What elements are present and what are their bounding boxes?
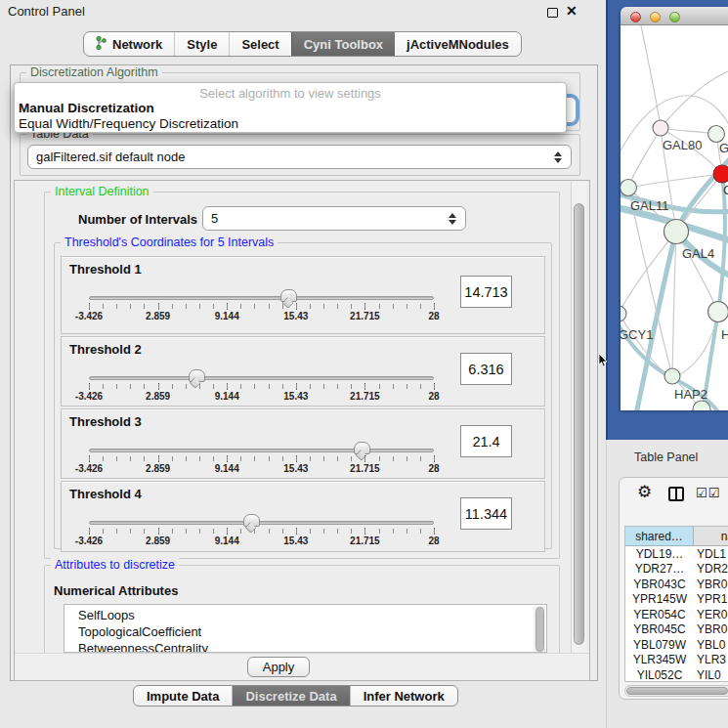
threshold-1-slider-track[interactable] (89, 296, 434, 300)
network-window-region: GAL80 GA C GAL11 GAL4 GCY1 H HAP2 (606, 0, 728, 440)
list-scrollbar-thumb[interactable] (535, 607, 544, 652)
node-label-h-partial: H (721, 327, 728, 342)
threshold-2-panel: Threshold 2 -3.426 2.859 9.144 15.43 21.… (61, 336, 545, 407)
tab-discretize-data[interactable]: Discretize Data (232, 686, 349, 706)
tab-cyni-toolbox[interactable]: Cyni Toolbox (291, 32, 395, 56)
list-item[interactable]: TopologicalCoefficient (64, 623, 546, 640)
table-data-combobox[interactable]: galFiltered.sif default node (27, 145, 572, 169)
slider-minor-ticks (89, 304, 435, 309)
control-panel-titlebar: Control Panel ✕ (0, 0, 606, 23)
node-selected-red[interactable] (713, 165, 728, 183)
dropdown-option-equal-width[interactable]: Equal Width/Frequency Discretization (19, 116, 238, 131)
slider-scale: -3.426 2.859 9.144 15.43 21.715 28 (89, 311, 434, 322)
tab-infer-network[interactable]: Infer Network (350, 686, 457, 706)
node-label-c-partial: C (723, 183, 728, 197)
number-of-intervals-value: 5 (211, 211, 218, 226)
slider-scale: -3.426 2.859 9.144 15.43 21.715 28 (89, 463, 434, 475)
zoom-traffic-light-icon[interactable] (669, 12, 680, 22)
interval-definition-label: Interval Definition (51, 185, 153, 198)
threshold-1-value-field[interactable]: 14.713 (460, 276, 512, 308)
table-row[interactable]: YLR345WYLR3 (625, 653, 728, 668)
node-gal80[interactable] (653, 120, 668, 136)
node-label-gal-partial: GA (719, 141, 728, 155)
table-row[interactable]: YDL19…YDL1 (625, 546, 728, 562)
column-header-name[interactable]: na (694, 527, 728, 546)
thresholds-group-label: Threshold's Coordinates for 5 Intervals (61, 236, 278, 249)
node-label-gal4: GAL4 (682, 246, 714, 261)
settings-scrollbar-thumb[interactable] (574, 203, 584, 645)
threshold-3-value-field[interactable]: 21.4 (460, 425, 512, 457)
tab-style[interactable]: Style (174, 32, 229, 56)
network-canvas[interactable]: GAL80 GA C GAL11 GAL4 GCY1 H HAP2 (621, 25, 728, 410)
table-data-selected-value: galFiltered.sif default node (36, 150, 185, 164)
table-scrollbar-thumb[interactable] (626, 687, 728, 695)
dropdown-placeholder: Select algorithm to view settings (15, 86, 566, 101)
node-hap2[interactable] (664, 368, 680, 384)
numerical-attributes-list[interactable]: SelfLoops TopologicalCoefficient Between… (64, 604, 547, 653)
node-h[interactable] (708, 302, 728, 322)
node-gal11[interactable] (621, 180, 637, 196)
threshold-1-label: Threshold 1 (69, 262, 142, 277)
select-columns-checkboxes-icon[interactable]: ☑☑ (696, 486, 720, 500)
columns-icon[interactable] (668, 487, 684, 501)
list-item[interactable]: BetweennessCentrality (64, 640, 546, 653)
tab-network[interactable]: Network (84, 32, 174, 56)
discretization-algorithm-label: Discretization Algorithm (26, 65, 162, 79)
network-window-titlebar[interactable] (621, 7, 728, 25)
right-pane: GAL80 GA C GAL11 GAL4 GCY1 H HAP2 Table … (606, 0, 728, 728)
panel-title: Control Panel (8, 4, 85, 19)
gear-icon[interactable]: ⚙ (637, 484, 652, 500)
network-window: GAL80 GA C GAL11 GAL4 GCY1 H HAP2 (621, 7, 728, 410)
table-panel-title: Table Panel (634, 450, 698, 464)
table-row[interactable]: YBL079WYBL0 (625, 637, 728, 653)
table-row[interactable]: YIL052CYIL0 (625, 667, 728, 682)
table-row[interactable]: YPR145WYPR1 (625, 592, 728, 608)
threshold-4-slider-track[interactable] (89, 521, 434, 525)
threshold-4-label: Threshold 4 (69, 487, 142, 501)
numerical-attributes-label: Numerical Attributes (54, 583, 178, 598)
node-gal[interactable] (708, 126, 725, 143)
list-scrollbar[interactable] (534, 606, 545, 653)
threshold-3-slider-track[interactable] (89, 449, 434, 452)
table-header-row: shared… na (625, 527, 728, 546)
slider-minor-ticks (89, 456, 435, 461)
threshold-3-panel: Threshold 3 -3.426 2.859 9.144 15.43 21.… (61, 408, 545, 479)
table-panel-region: Table Panel ⚙ ☑☑ shared… na YDL19…YDL1 Y… (606, 440, 728, 728)
number-of-intervals-combobox[interactable]: 5 (202, 206, 466, 231)
combo-arrows-icon (448, 213, 456, 225)
node-table[interactable]: shared… na YDL19…YDL1 YDR27…YDR2 YBR043C… (624, 526, 728, 682)
threshold-4-panel: Threshold 4 -3.426 2.859 9.144 15.43 21.… (61, 481, 545, 552)
tab-network-label: Network (112, 37, 162, 52)
list-item[interactable]: SelfLoops (64, 605, 546, 623)
top-tab-bar: Network Style Select Cyni Toolbox jActiv… (83, 31, 522, 57)
tab-jactivemnodules[interactable]: jActiveMNodules (395, 32, 521, 56)
node-gal4[interactable] (664, 220, 689, 244)
threshold-2-value-field[interactable]: 6.316 (460, 353, 512, 385)
slider-scale: -3.426 2.859 9.144 15.43 21.715 28 (89, 391, 434, 403)
bottom-tab-bar: Impute Data Discretize Data Infer Networ… (133, 685, 458, 707)
close-traffic-light-icon[interactable] (630, 12, 641, 22)
threshold-3-label: Threshold 3 (69, 414, 142, 429)
attributes-group-label: Attributes to discretize (51, 558, 179, 572)
threshold-2-slider-track[interactable] (89, 376, 434, 380)
table-horizontal-scrollbar[interactable] (624, 685, 728, 697)
node-gcy1[interactable] (621, 306, 626, 321)
apply-button[interactable]: Apply (247, 657, 310, 677)
table-row[interactable]: YBR045CYBR0 (625, 622, 728, 638)
slider-scale: -3.426 2.859 9.144 15.43 21.715 28 (89, 535, 434, 547)
node-label-gcy1: GCY1 (621, 327, 653, 342)
tab-select[interactable]: Select (229, 32, 290, 56)
tab-impute-data[interactable]: Impute Data (134, 686, 232, 706)
node-label-gal80: GAL80 (663, 138, 702, 152)
table-row[interactable]: YER054CYER0 (625, 607, 728, 622)
number-of-intervals-label: Number of Intervals (78, 212, 197, 227)
dropdown-option-manual[interactable]: Manual Discretization (19, 101, 154, 115)
float-window-icon[interactable] (547, 8, 558, 18)
close-icon[interactable]: ✕ (566, 3, 578, 19)
table-panel-inner: ⚙ ☑☑ shared… na YDL19…YDL1 YDR27…YDR2 YB… (619, 477, 728, 700)
column-header-shared[interactable]: shared… (625, 527, 694, 546)
table-row[interactable]: YDR27…YDR2 (625, 562, 728, 578)
minimize-traffic-light-icon[interactable] (650, 12, 661, 22)
threshold-4-value-field[interactable]: 11.344 (460, 497, 512, 530)
table-row[interactable]: YBR043CYBR0 (625, 577, 728, 592)
